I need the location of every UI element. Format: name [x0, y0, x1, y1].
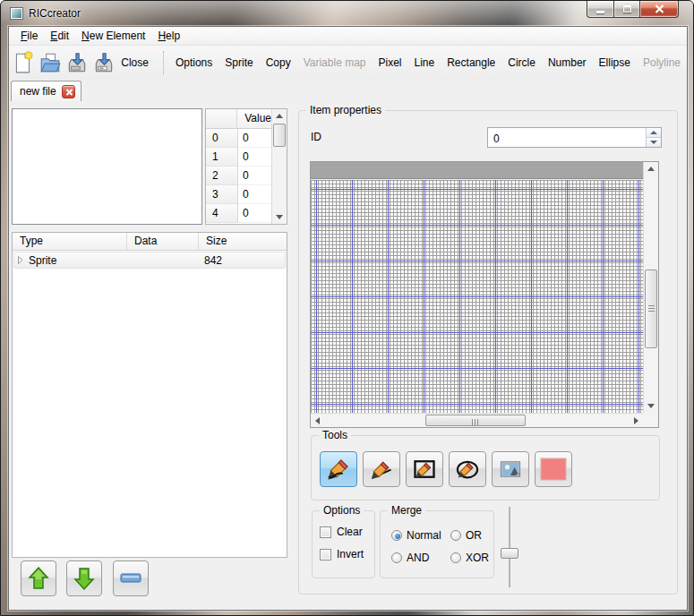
and-radio[interactable] — [391, 552, 402, 563]
close-window-button[interactable] — [640, 1, 679, 18]
value-table-corner — [206, 109, 237, 128]
fill-color-tool-button[interactable] — [535, 451, 572, 487]
id-label: ID — [311, 131, 321, 143]
data-cell[interactable] — [127, 252, 199, 268]
value-cell[interactable]: 0 — [238, 167, 271, 185]
canvas-horizontal-scrollbar[interactable] — [311, 413, 643, 427]
menu-help[interactable]: Help — [151, 28, 186, 44]
tab-close-button[interactable] — [62, 85, 75, 98]
column-header-size[interactable]: Size — [199, 233, 287, 250]
group-title: Options — [320, 504, 364, 517]
rectangle-tool-button[interactable] — [406, 451, 443, 487]
spin-up-icon[interactable] — [647, 128, 661, 137]
column-header-type[interactable]: Type — [13, 233, 127, 250]
toolbar: Close Options Sprite Copy Variable map P… — [9, 46, 687, 80]
scroll-up-icon[interactable] — [647, 167, 655, 171]
close-file-button[interactable]: Close — [121, 56, 149, 69]
ellipse-pencil-icon — [455, 457, 480, 482]
scroll-right-icon[interactable] — [634, 417, 638, 424]
new-file-button[interactable] — [12, 49, 36, 76]
scroll-left-icon[interactable] — [315, 417, 320, 424]
canvas-vertical-scrollbar[interactable] — [643, 162, 658, 413]
value-cell[interactable]: 0 — [238, 204, 271, 223]
normal-radio[interactable] — [391, 530, 402, 541]
id-input[interactable] — [488, 128, 646, 147]
toolbar-action-sprite[interactable]: Sprite — [225, 56, 253, 69]
menu-new-element[interactable]: New Element — [75, 28, 151, 44]
scroll-down-icon[interactable] — [647, 404, 655, 408]
menu-file[interactable]: File — [14, 28, 44, 44]
toolbar-action-number[interactable]: Number — [548, 56, 587, 69]
menu-bar: File Edit New Element Help — [9, 27, 687, 46]
value-column-header[interactable]: Value — [237, 109, 271, 128]
scrollbar-thumb[interactable] — [425, 415, 526, 426]
row-header[interactable]: 2 — [206, 167, 238, 185]
row-header[interactable]: 3 — [206, 185, 238, 204]
column-header-data[interactable]: Data — [127, 233, 199, 250]
toolbar-action-pixel[interactable]: Pixel — [379, 56, 402, 69]
zoom-slider[interactable] — [500, 507, 519, 587]
row-header[interactable]: 0 — [206, 129, 238, 148]
row-header[interactable]: 1 — [206, 148, 238, 167]
tree-row-sprite[interactable]: Sprite 842 — [13, 252, 286, 269]
invert-checkbox-row[interactable]: Invert — [320, 548, 364, 560]
merge-or-radio-row[interactable]: OR — [450, 529, 482, 542]
clear-checkbox[interactable] — [320, 526, 331, 538]
expander[interactable] — [14, 252, 27, 268]
scroll-down-icon[interactable] — [276, 215, 283, 219]
line-pencil-icon — [369, 457, 394, 482]
slider-handle[interactable] — [501, 548, 518, 559]
clear-checkbox-row[interactable]: Clear — [320, 526, 363, 538]
value-cell[interactable]: 0 — [238, 185, 271, 204]
or-label: OR — [466, 529, 482, 542]
toolbar-action-options[interactable]: Options — [176, 56, 212, 69]
id-spinbox — [487, 127, 662, 148]
sprite-canvas[interactable] — [311, 162, 643, 413]
type-cell[interactable]: Sprite — [27, 252, 127, 268]
menu-edit[interactable]: Edit — [44, 28, 75, 44]
toolbar-action-line[interactable]: Line — [415, 56, 435, 69]
ellipse-tool-button[interactable] — [449, 451, 486, 487]
color-swatch-icon — [540, 458, 567, 481]
structure-tree: Type Data Size Sprite 842 — [12, 232, 287, 558]
value-table-scrollbar[interactable] — [271, 109, 287, 224]
tab-new-file[interactable]: new file — [11, 81, 81, 101]
freehand-tool-button[interactable] — [320, 451, 357, 487]
scroll-up-icon[interactable] — [276, 114, 283, 118]
toolbar-action-ellipse[interactable]: Ellipse — [599, 56, 630, 69]
toolbar-action-circle[interactable]: Circle — [508, 56, 535, 69]
row-header[interactable]: 4 — [206, 204, 238, 223]
value-cell[interactable]: 0 — [238, 148, 271, 167]
pixel-grid[interactable] — [311, 180, 643, 413]
save-button[interactable] — [65, 49, 90, 76]
slider-track[interactable] — [509, 507, 510, 587]
move-up-button[interactable] — [21, 560, 56, 596]
size-cell[interactable]: 842 — [199, 252, 285, 268]
value-row: 4 0 — [206, 204, 271, 223]
merge-normal-radio-row[interactable]: Normal — [391, 529, 441, 542]
xor-radio[interactable] — [450, 552, 461, 563]
move-down-button[interactable] — [66, 560, 102, 596]
remove-item-button[interactable] — [113, 560, 149, 596]
scrollbar-thumb[interactable] — [645, 270, 657, 348]
minimize-button[interactable] — [587, 1, 613, 18]
value-row: 3 0 — [206, 185, 271, 204]
line-tool-button[interactable] — [363, 451, 400, 487]
open-file-button[interactable] — [39, 49, 63, 76]
merge-xor-radio-row[interactable]: XOR — [450, 552, 489, 564]
image-tool-button[interactable] — [492, 451, 529, 487]
spin-down-icon[interactable] — [647, 137, 661, 147]
scrollbar-thumb[interactable] — [273, 124, 286, 147]
value-cell[interactable]: 0 — [238, 129, 271, 148]
or-radio[interactable] — [450, 530, 461, 541]
sprite-canvas-frame — [310, 161, 659, 428]
toolbar-action-rectangle[interactable]: Rectangle — [447, 56, 495, 69]
toolbar-action-polyline: Polyline — [643, 56, 681, 69]
merge-and-radio-row[interactable]: AND — [391, 552, 429, 564]
tab-bar: new file — [9, 80, 687, 101]
window-title: RICcreator — [29, 7, 81, 20]
save-as-button[interactable] — [91, 49, 116, 76]
toolbar-action-copy[interactable]: Copy — [266, 56, 291, 69]
maximize-button[interactable] — [613, 1, 640, 18]
invert-checkbox[interactable] — [320, 549, 331, 560]
